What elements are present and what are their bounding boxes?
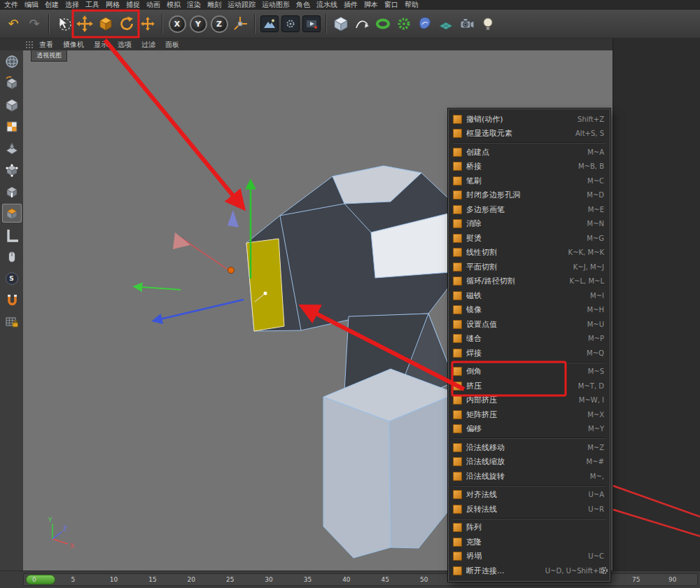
context-menu-item[interactable]: 熨烫 M~G: [449, 231, 610, 246]
context-menu-item[interactable]: 倒角 M~S: [449, 365, 610, 379]
polygon-model[interactable]: [246, 166, 461, 558]
add-floor-button[interactable]: [435, 12, 456, 36]
context-menu-item[interactable]: 笔刷 M~C: [449, 174, 610, 188]
add-deformer-button[interactable]: [393, 12, 414, 36]
render-settings-button[interactable]: [280, 12, 301, 36]
magnet-button[interactable]: [2, 290, 22, 309]
menubar-item[interactable]: 动画: [146, 0, 160, 10]
gizmo-x-axis[interactable]: [181, 238, 231, 272]
context-menu-item[interactable]: 磁铁 M~I: [449, 288, 610, 303]
render-queue-button[interactable]: [301, 12, 322, 36]
viewport-tab[interactable]: 透视视图: [31, 50, 67, 62]
gizmo-red-flag[interactable]: [173, 232, 190, 249]
context-menu-item[interactable]: 沿法线缩放 M~#: [449, 455, 610, 470]
context-menu-item[interactable]: 对齐法线 U~A: [449, 488, 610, 503]
context-menu-item[interactable]: 反转法线 U~R: [449, 502, 610, 517]
context-menu-item[interactable]: 消除 M~N: [449, 217, 610, 232]
menubar-item[interactable]: 流水线: [316, 0, 337, 10]
last-used-tool-button[interactable]: [137, 12, 158, 36]
menubar-item[interactable]: 编辑: [24, 0, 38, 10]
add-light-button[interactable]: [477, 12, 498, 36]
gizmo-plane-arrow[interactable]: [141, 287, 181, 290]
viewport-menu-item[interactable]: 选项: [118, 40, 132, 50]
viewport-solo-button[interactable]: [2, 247, 22, 266]
menubar-item[interactable]: 脚本: [364, 0, 378, 10]
gizmo-z-axis[interactable]: [160, 300, 244, 319]
viewport-menu-item[interactable]: 显示: [94, 40, 108, 50]
gizmo-origin-dot[interactable]: [228, 267, 234, 274]
box-front-face[interactable]: [323, 397, 391, 558]
add-camera-button[interactable]: [456, 12, 477, 36]
context-menu-item[interactable]: 阵列: [449, 521, 610, 536]
panel-drag-handle-icon[interactable]: [25, 41, 34, 49]
context-menu-item[interactable]: 多边形画笔 M~E: [449, 202, 610, 217]
gizmo-blue-flag[interactable]: [227, 210, 239, 227]
add-cube-button[interactable]: [330, 12, 351, 36]
context-menu-item[interactable]: 缝合 M~P: [449, 332, 610, 346]
add-generator-button[interactable]: [372, 12, 393, 36]
polygons-mode-button[interactable]: [2, 204, 22, 223]
redo-button[interactable]: ↷: [24, 12, 45, 36]
menubar-item[interactable]: 雕刻: [207, 0, 221, 10]
context-menu-item[interactable]: 断开连接... U~D, U~Shift+D: [449, 564, 610, 578]
undo-button[interactable]: ↶: [3, 12, 24, 36]
menubar-item[interactable]: 选择: [65, 0, 79, 10]
menubar-item[interactable]: 角色: [296, 0, 310, 10]
menubar-item[interactable]: 窗口: [384, 0, 398, 10]
lock-z-axis-button[interactable]: Z: [209, 12, 230, 36]
context-menu-item[interactable]: 设置点值 M~U: [449, 317, 610, 332]
context-menu-item[interactable]: 镜像 M~H: [449, 303, 610, 318]
menubar-item[interactable]: 工具: [85, 0, 99, 10]
workplane-button[interactable]: [2, 225, 22, 244]
lock-y-axis-button[interactable]: Y: [188, 12, 209, 36]
model-mode-button[interactable]: [2, 95, 22, 114]
lock-x-axis-button[interactable]: X: [167, 12, 188, 36]
points-mode-button[interactable]: [2, 160, 22, 179]
workplane-mode-button[interactable]: [2, 139, 22, 158]
context-menu-item[interactable]: 线性切割 K~K, M~K: [449, 246, 610, 260]
menubar-item[interactable]: 模拟: [167, 0, 181, 10]
context-menu-item[interactable]: 撤销(动作) Shift+Z: [449, 112, 610, 127]
context-menu-item[interactable]: 坍塌 U~C: [449, 550, 610, 564]
pen-spline-button[interactable]: [351, 12, 372, 36]
context-menu-item[interactable]: 封闭多边形孔洞 M~D: [449, 188, 610, 203]
texture-mode-button[interactable]: [2, 117, 22, 136]
scale-tool-button[interactable]: [95, 12, 116, 36]
context-menu-item[interactable]: 矩阵挤压 M~X: [449, 407, 610, 422]
menubar-item[interactable]: 运动图形: [262, 0, 290, 10]
context-menu-item[interactable]: 创建点 M~A: [449, 145, 610, 160]
snap-toggle-button[interactable]: S: [2, 269, 22, 288]
viewport-menu-item[interactable]: 面板: [165, 40, 179, 50]
menubar-item[interactable]: 创建: [45, 0, 59, 10]
viewport-menu-item[interactable]: 过滤: [141, 40, 155, 50]
menubar-item[interactable]: 文件: [4, 0, 18, 10]
menubar-item[interactable]: 捕捉: [126, 0, 140, 10]
context-menu-item[interactable]: 框显选取元素 Alt+S, S: [449, 127, 610, 141]
live-selection-button[interactable]: [53, 12, 74, 36]
menubar-item[interactable]: 运动跟踪: [227, 0, 255, 10]
add-spline-object-button[interactable]: [414, 12, 435, 36]
context-menu-item[interactable]: 循环/路径切割 K~L, M~L: [449, 274, 610, 289]
context-menu-item[interactable]: 内部挤压 M~W, I: [449, 393, 610, 408]
selected-polygon-face[interactable]: [246, 239, 284, 331]
edges-mode-button[interactable]: [2, 182, 22, 201]
menubar-item[interactable]: 插件: [344, 0, 358, 10]
lock-workplane-button[interactable]: [2, 312, 22, 331]
move-tool-button[interactable]: [74, 12, 95, 36]
rotate-tool-button[interactable]: [116, 12, 137, 36]
context-menu-item[interactable]: 挤压 M~T, D: [449, 379, 610, 393]
make-editable-button[interactable]: [2, 74, 22, 92]
context-menu-item[interactable]: 焊接 M~Q: [449, 346, 610, 360]
viewport-menu-item[interactable]: 查看: [39, 40, 53, 50]
context-menu-item[interactable]: 平面切割 K~J, M~J: [449, 260, 610, 274]
menubar-item[interactable]: 渲染: [187, 0, 201, 10]
menubar-item[interactable]: 帮助: [405, 0, 419, 10]
context-menu-item[interactable]: 桥接 M~B, B: [449, 160, 610, 174]
viewport-menu-item[interactable]: 摄像机: [63, 40, 84, 50]
render-view-button[interactable]: [259, 12, 280, 36]
command-options-gear-icon[interactable]: [599, 566, 609, 575]
context-menu-item[interactable]: 偏移 M~Y: [449, 422, 610, 437]
context-menu-item[interactable]: 沿法线旋转 M~,: [449, 469, 610, 484]
view-globe-button[interactable]: [2, 52, 22, 71]
context-menu-item[interactable]: 沿法线移动 M~Z: [449, 440, 610, 455]
